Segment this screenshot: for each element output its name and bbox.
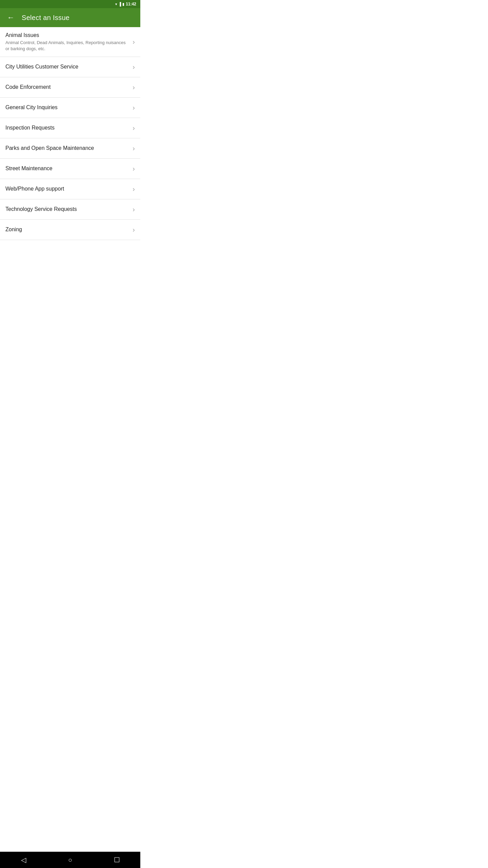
status-icons: ▾ ▐ ▮ 11:42 bbox=[115, 2, 137, 6]
list-item-text-street-maintenance: Street Maintenance bbox=[5, 165, 133, 172]
back-arrow-icon: ← bbox=[7, 13, 15, 22]
chevron-right-icon-web-phone-support: › bbox=[133, 185, 135, 193]
list-item-general-city[interactable]: General City Inquiries› bbox=[0, 98, 140, 118]
list-item-text-technology-service: Technology Service Requests bbox=[5, 206, 133, 213]
status-time: 11:42 bbox=[126, 2, 136, 6]
list-item-title-parks-maintenance: Parks and Open Space Maintenance bbox=[5, 145, 130, 152]
list-item-title-web-phone-support: Web/Phone App support bbox=[5, 185, 130, 193]
list-item-text-inspection-requests: Inspection Requests bbox=[5, 124, 133, 132]
list-item-code-enforcement[interactable]: Code Enforcement› bbox=[0, 77, 140, 98]
list-item-text-animal-issues: Animal IssuesAnimal Control, Dead Animal… bbox=[5, 32, 133, 52]
chevron-right-icon-general-city: › bbox=[133, 104, 135, 112]
list-item-title-general-city: General City Inquiries bbox=[5, 104, 130, 111]
list-item-text-web-phone-support: Web/Phone App support bbox=[5, 185, 133, 193]
back-button[interactable]: ← bbox=[5, 12, 16, 23]
list-item-text-parks-maintenance: Parks and Open Space Maintenance bbox=[5, 145, 133, 152]
list-item-subtitle-animal-issues: Animal Control, Dead Animals, Inquiries,… bbox=[5, 40, 130, 52]
list-item-zoning[interactable]: Zoning› bbox=[0, 220, 140, 240]
list-item-technology-service[interactable]: Technology Service Requests› bbox=[0, 199, 140, 220]
list-item-inspection-requests[interactable]: Inspection Requests› bbox=[0, 118, 140, 138]
list-item-title-inspection-requests: Inspection Requests bbox=[5, 124, 130, 132]
chevron-right-icon-inspection-requests: › bbox=[133, 124, 135, 132]
chevron-right-icon-technology-service: › bbox=[133, 205, 135, 213]
chevron-right-icon-code-enforcement: › bbox=[133, 83, 135, 91]
issue-list: Animal IssuesAnimal Control, Dead Animal… bbox=[0, 27, 140, 240]
signal-icon: ▐ bbox=[119, 2, 121, 6]
list-item-title-street-maintenance: Street Maintenance bbox=[5, 165, 130, 172]
list-item-web-phone-support[interactable]: Web/Phone App support› bbox=[0, 179, 140, 199]
list-item-street-maintenance[interactable]: Street Maintenance› bbox=[0, 159, 140, 179]
list-item-text-code-enforcement: Code Enforcement bbox=[5, 84, 133, 91]
list-item-title-code-enforcement: Code Enforcement bbox=[5, 84, 130, 91]
wifi-icon: ▾ bbox=[115, 2, 117, 6]
chevron-right-icon-parks-maintenance: › bbox=[133, 144, 135, 152]
list-item-title-city-utilities: City Utilities Customer Service bbox=[5, 63, 130, 71]
status-bar: ▾ ▐ ▮ 11:42 bbox=[0, 0, 140, 8]
list-item-text-zoning: Zoning bbox=[5, 226, 133, 233]
list-item-text-general-city: General City Inquiries bbox=[5, 104, 133, 111]
page-title: Select an Issue bbox=[22, 14, 69, 22]
chevron-right-icon-city-utilities: › bbox=[133, 63, 135, 71]
chevron-right-icon-street-maintenance: › bbox=[133, 165, 135, 173]
list-item-title-zoning: Zoning bbox=[5, 226, 130, 233]
battery-icon: ▮ bbox=[122, 2, 124, 6]
list-item-parks-maintenance[interactable]: Parks and Open Space Maintenance› bbox=[0, 138, 140, 159]
list-item-title-technology-service: Technology Service Requests bbox=[5, 206, 130, 213]
list-item-title-animal-issues: Animal Issues bbox=[5, 32, 130, 39]
list-item-city-utilities[interactable]: City Utilities Customer Service› bbox=[0, 57, 140, 77]
chevron-right-icon-animal-issues: › bbox=[133, 38, 135, 46]
chevron-right-icon-zoning: › bbox=[133, 226, 135, 234]
list-item-text-city-utilities: City Utilities Customer Service bbox=[5, 63, 133, 71]
list-item-animal-issues[interactable]: Animal IssuesAnimal Control, Dead Animal… bbox=[0, 27, 140, 57]
app-bar: ← Select an Issue bbox=[0, 8, 140, 27]
